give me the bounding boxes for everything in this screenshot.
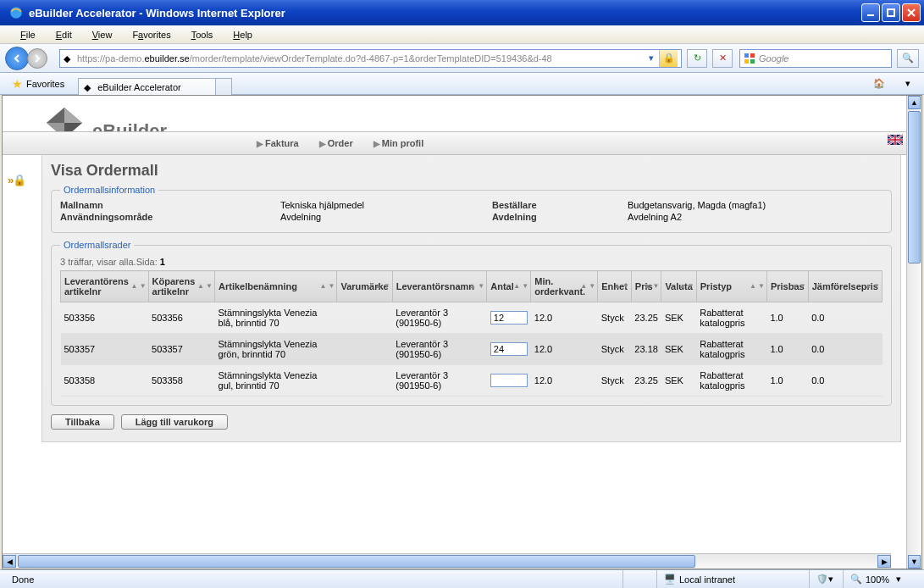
label-mallnamn: Mallnamn — [60, 200, 280, 210]
dropdown-icon[interactable]: ▾ — [649, 53, 654, 64]
zoom-control[interactable]: 🔍 100% ▾ — [843, 570, 919, 588]
value-avdelning: Avdelning A2 — [628, 212, 883, 222]
scroll-right-icon[interactable]: ▶ — [877, 555, 891, 568]
table-cell: SEK — [661, 334, 696, 365]
sort-icon: ▲ ▼ — [319, 284, 335, 289]
column-header[interactable]: Enhet▲ ▼ — [598, 271, 632, 302]
scroll-left-icon[interactable]: ◀ — [3, 555, 16, 568]
add-to-cart-button[interactable]: Lägg till varukorg — [121, 414, 228, 430]
table-row: 503358503358Stämningslykta Venezia gul, … — [61, 365, 883, 397]
value-mallnamn: Tekniska hjälpmedel — [280, 200, 492, 210]
minimize-button[interactable] — [861, 3, 880, 22]
sort-icon: ▲ ▼ — [614, 284, 629, 289]
menu-file[interactable]: File — [12, 28, 44, 42]
label-bestallare: Beställare — [492, 200, 628, 210]
scroll-down-icon[interactable]: ▼ — [908, 555, 921, 569]
lock-icon: 🔒 — [659, 50, 678, 67]
window-title: eBuilder Accelerator - Windows Internet … — [29, 7, 861, 19]
table-cell — [337, 334, 392, 365]
table-cell: Stämningslykta Venezia blå, brinntid 70 — [215, 302, 337, 334]
browser-tab[interactable]: ◆ eBuilder Accelerator — [78, 78, 215, 97]
stop-button[interactable]: ✕ — [712, 49, 733, 68]
column-header[interactable]: Antal▲ ▼ — [487, 271, 531, 302]
table-cell: 23.25 — [631, 365, 661, 397]
browser-viewport: »🔒 eBuilder Business Excellence. Deliver… — [2, 95, 922, 569]
nav-min-profil[interactable]: ▶Min profil — [373, 138, 424, 148]
table-cell: 503358 — [148, 365, 214, 397]
column-header[interactable]: Leverantörens artikelnr▲ ▼ — [61, 271, 149, 302]
column-header[interactable]: Prisbas▲ ▼ — [766, 271, 808, 302]
forward-button[interactable] — [27, 48, 47, 69]
table-cell: 0.0 — [808, 302, 882, 334]
order-template-rows: Ordermallsrader 3 träffar, visar alla.Si… — [51, 240, 892, 406]
svg-marker-11 — [47, 108, 64, 123]
table-cell — [337, 302, 392, 334]
top-navigation: ▶Faktura ▶Order ▶Min profil — [3, 131, 906, 155]
quantity-input[interactable] — [490, 342, 528, 356]
column-header[interactable]: Pris▲ ▼ — [631, 271, 661, 302]
vertical-scrollbar[interactable]: ▲ ▼ — [906, 96, 921, 569]
column-header[interactable]: Jämförelsepris▲ ▼ — [808, 271, 882, 302]
column-header[interactable]: Artikelbenämning▲ ▼ — [215, 271, 337, 302]
menu-view[interactable]: View — [84, 28, 121, 42]
column-header[interactable]: Varumärke▲ ▼ — [337, 271, 392, 302]
table-cell: 12.0 — [531, 334, 598, 365]
sort-icon: ▲ ▼ — [130, 284, 146, 289]
column-header[interactable]: Leverantörsnamn▲ ▼ — [392, 271, 487, 302]
search-placeholder: Google — [759, 53, 888, 64]
table-cell: Rabatterat katalogpris — [696, 302, 766, 334]
column-header[interactable]: Köparens artikelnr▲ ▼ — [148, 271, 214, 302]
table-cell — [487, 365, 531, 397]
table-cell: Rabatterat katalogpris — [696, 365, 766, 397]
sort-icon: ▲ ▼ — [791, 284, 806, 289]
table-cell: Stämningslykta Venezia grön, brinntid 70 — [215, 334, 337, 365]
menu-help[interactable]: Help — [224, 28, 261, 42]
menu-tools[interactable]: Tools — [183, 28, 222, 42]
hscroll-thumb[interactable] — [18, 555, 695, 568]
table-cell: 12.0 — [531, 302, 598, 334]
back-button-page[interactable]: Tillbaka — [51, 414, 114, 430]
table-cell: Stämningslykta Venezia gul, brinntid 70 — [215, 365, 337, 397]
pager-text: 3 träffar, visar alla.Sida: 1 — [60, 257, 883, 267]
new-tab-button[interactable] — [215, 78, 232, 97]
search-button[interactable]: 🔍 — [897, 49, 919, 68]
nav-faktura[interactable]: ▶Faktura — [257, 138, 299, 148]
sidebar-toggle[interactable]: »🔒 — [8, 174, 25, 186]
protected-mode-icon: 🛡️▾ — [809, 570, 843, 588]
menu-favorites[interactable]: Favorites — [124, 28, 179, 42]
table-cell: 503358 — [61, 365, 149, 397]
scroll-up-icon[interactable]: ▲ — [908, 96, 921, 109]
quantity-input[interactable] — [490, 374, 528, 387]
horizontal-scrollbar[interactable]: ◀ ▶ — [3, 553, 891, 569]
table-cell: Leverantör 3 (901950-6) — [392, 365, 487, 397]
quantity-input[interactable] — [490, 311, 528, 325]
maximize-button[interactable] — [882, 3, 900, 22]
sort-icon: ▲ ▼ — [375, 284, 390, 289]
search-box[interactable]: Google — [739, 49, 892, 68]
tools-dropdown[interactable]: ▾ — [895, 75, 921, 93]
column-header[interactable]: Valuta▲ ▼ — [661, 271, 696, 302]
label-anvandningsomrade: Användningsområde — [60, 212, 280, 222]
language-flag-uk[interactable] — [888, 135, 903, 147]
home-button[interactable]: 🏠 — [866, 75, 892, 93]
address-bar[interactable]: ◆ https://pa-demo.ebuilder.se/morder/tem… — [59, 49, 682, 68]
column-header[interactable]: Min. orderkvant.▲ ▼ — [531, 271, 598, 302]
svg-rect-2 — [888, 9, 894, 16]
table-cell: 503357 — [148, 334, 214, 365]
google-icon — [744, 53, 755, 64]
menu-edit[interactable]: Edit — [47, 28, 80, 42]
nav-order[interactable]: ▶Order — [319, 138, 353, 148]
svg-rect-5 — [744, 53, 749, 58]
refresh-button[interactable]: ↻ — [687, 49, 707, 68]
back-button[interactable] — [5, 47, 29, 70]
vscroll-thumb[interactable] — [908, 111, 921, 263]
table-cell — [487, 302, 531, 334]
table-cell: SEK — [661, 302, 696, 334]
svg-marker-10 — [64, 108, 82, 123]
favorites-button[interactable]: ★ Favorites — [5, 75, 71, 92]
window-titlebar: eBuilder Accelerator - Windows Internet … — [0, 0, 924, 25]
close-button[interactable] — [902, 3, 921, 22]
status-zone: 🖥️ Local intranet — [656, 570, 809, 588]
column-header[interactable]: Pristyp▲ ▼ — [696, 271, 766, 302]
label-avdelning: Avdelning — [492, 212, 628, 222]
